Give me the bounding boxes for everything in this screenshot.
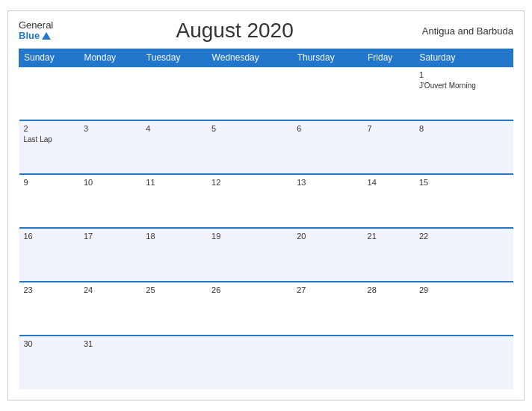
weekday-header-tuesday: Tuesday [141, 49, 207, 67]
day-number: 15 [419, 178, 509, 187]
day-number: 7 [368, 124, 410, 133]
day-number: 27 [297, 285, 358, 294]
calendar-cell [79, 67, 141, 120]
calendar-cell: 22 [415, 228, 513, 282]
weekday-header-row: SundayMondayTuesdayWednesdayThursdayFrid… [19, 49, 513, 67]
day-number: 13 [297, 178, 358, 187]
day-number: 12 [211, 178, 288, 187]
calendar-cell: 13 [292, 174, 362, 228]
day-number: 28 [368, 285, 410, 294]
calendar-cell: 8 [415, 120, 513, 174]
month-title: August 2020 [53, 19, 416, 43]
day-number: 2 [24, 124, 75, 133]
logo-general-text: General [19, 20, 53, 31]
calendar-header: General Blue August 2020 Antigua and Bar… [19, 19, 513, 43]
calendar-cell: 10 [79, 174, 141, 228]
calendar-cell [292, 67, 362, 120]
country-name: Antigua and Barbuda [416, 25, 513, 37]
day-number: 1 [419, 70, 509, 79]
calendar-cell: 9 [19, 174, 79, 228]
day-number: 11 [146, 178, 202, 187]
day-number: 10 [84, 178, 137, 187]
calendar-cell [19, 67, 79, 120]
calendar-grid: SundayMondayTuesdayWednesdayThursdayFrid… [19, 49, 513, 389]
logo: General Blue [19, 20, 53, 42]
calendar-cell [141, 67, 207, 120]
calendar-cell: 24 [79, 282, 141, 336]
calendar-cell: 16 [19, 228, 79, 282]
week-row-5: 23242526272829 [19, 282, 513, 336]
week-row-3: 9101112131415 [19, 174, 513, 228]
day-number: 5 [211, 124, 288, 133]
calendar-cell: 17 [79, 228, 141, 282]
day-number: 9 [24, 178, 75, 187]
calendar-cell [141, 336, 207, 389]
calendar-cell: 29 [415, 282, 513, 336]
calendar-cell: 27 [292, 282, 362, 336]
calendar-cell: 28 [363, 282, 415, 336]
event-text: Last Lap [24, 135, 52, 143]
weekday-header-monday: Monday [79, 49, 141, 67]
calendar-cell [415, 336, 513, 389]
logo-triangle-icon [42, 32, 51, 40]
day-number: 19 [211, 232, 288, 241]
calendar-cell: 7 [363, 120, 415, 174]
week-row-2: 2Last Lap345678 [19, 120, 513, 174]
calendar-cell: 23 [19, 282, 79, 336]
calendar-cell: 11 [141, 174, 207, 228]
calendar-cell: 26 [207, 282, 292, 336]
day-number: 18 [146, 232, 202, 241]
calendar-cell: 6 [292, 120, 362, 174]
day-number: 14 [368, 178, 410, 187]
day-number: 3 [84, 124, 137, 133]
calendar-cell: 19 [207, 228, 292, 282]
weekday-header-saturday: Saturday [415, 49, 513, 67]
day-number: 17 [84, 232, 137, 241]
calendar-cell: 18 [141, 228, 207, 282]
weekday-header-thursday: Thursday [292, 49, 362, 67]
calendar-cell: 25 [141, 282, 207, 336]
calendar-cell [207, 336, 292, 389]
calendar-cell: 3 [79, 120, 141, 174]
calendar-cell: 21 [363, 228, 415, 282]
day-number: 16 [24, 232, 75, 241]
day-number: 30 [24, 339, 75, 348]
calendar-cell: 15 [415, 174, 513, 228]
calendar-cell: 2Last Lap [19, 120, 79, 174]
calendar-cell: 14 [363, 174, 415, 228]
calendar-cell [363, 336, 415, 389]
day-number: 20 [297, 232, 358, 241]
calendar-container: General Blue August 2020 Antigua and Bar… [7, 10, 525, 401]
day-number: 8 [419, 124, 509, 133]
calendar-cell: 1J'Ouvert Morning [415, 67, 513, 120]
day-number: 4 [146, 124, 202, 133]
week-row-1: 1J'Ouvert Morning [19, 67, 513, 120]
calendar-cell [207, 67, 292, 120]
weekday-header-wednesday: Wednesday [207, 49, 292, 67]
calendar-cell [292, 336, 362, 389]
calendar-cell [363, 67, 415, 120]
day-number: 25 [146, 285, 202, 294]
weekday-header-sunday: Sunday [19, 49, 79, 67]
day-number: 22 [419, 232, 509, 241]
day-number: 24 [84, 285, 137, 294]
day-number: 29 [419, 285, 509, 294]
calendar-cell: 31 [79, 336, 141, 389]
week-row-4: 16171819202122 [19, 228, 513, 282]
calendar-cell: 5 [207, 120, 292, 174]
day-number: 23 [24, 285, 75, 294]
day-number: 31 [84, 339, 137, 348]
calendar-cell: 12 [207, 174, 292, 228]
week-row-6: 3031 [19, 336, 513, 389]
calendar-cell: 4 [141, 120, 207, 174]
logo-blue-text: Blue [19, 31, 53, 41]
day-number: 26 [211, 285, 288, 294]
calendar-cell: 20 [292, 228, 362, 282]
day-number: 21 [368, 232, 410, 241]
event-text: J'Ouvert Morning [419, 81, 476, 90]
calendar-cell: 30 [19, 336, 79, 389]
day-number: 6 [297, 124, 358, 133]
weekday-header-friday: Friday [363, 49, 415, 67]
